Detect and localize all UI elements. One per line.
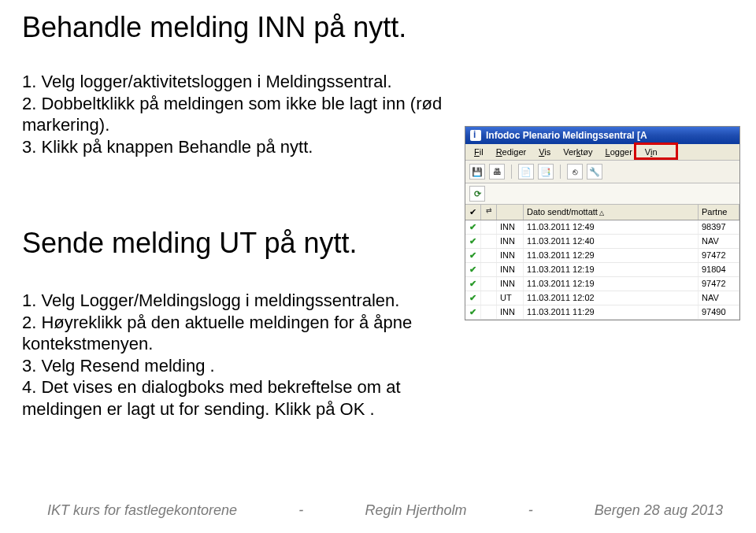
refresh-icon[interactable]: ⟳	[469, 186, 485, 202]
partner-cell: NAV	[699, 235, 739, 248]
dir-text: INN	[497, 235, 524, 248]
list2-item2: 2. Høyreklikk på den aktuelle meldingen …	[22, 312, 463, 355]
dir-cell	[481, 291, 497, 305]
dir-cell	[481, 235, 497, 248]
date-cell: 11.03.2011 11:29	[524, 305, 699, 319]
date-cell: 11.03.2011 12:40	[524, 235, 699, 248]
shortcut-icon[interactable]: ⎋	[567, 164, 583, 180]
table-row[interactable]: ✔ INN 11.03.2011 12:19 97472	[465, 277, 739, 291]
footer-sep2: -	[528, 502, 533, 519]
table-row[interactable]: ✔ INN 11.03.2011 12:49 98397	[465, 220, 739, 235]
toolbar: 💾 🖶 📄 📑 ⎋ 🔧	[465, 161, 739, 183]
highlight-box	[634, 143, 678, 160]
partner-cell: 97472	[699, 249, 739, 262]
table-row[interactable]: ✔ INN 11.03.2011 12:19 91804	[465, 263, 739, 277]
dir-text: INN	[497, 220, 524, 234]
footer-left: IKT kurs for fastlegekontorene	[47, 502, 237, 519]
footer-sep1: -	[298, 502, 303, 519]
partner-cell: NAV	[699, 291, 739, 305]
list2-item3: 3. Velg Resend melding .	[22, 355, 463, 377]
tool-icon[interactable]: 🔧	[587, 164, 602, 180]
date-cell: 11.03.2011 12:19	[524, 263, 699, 276]
titlebar: Infodoc Plenario Meldingssentral [A	[465, 127, 739, 144]
date-cell: 11.03.2011 12:49	[524, 220, 699, 234]
save-icon[interactable]: 💾	[469, 164, 485, 180]
footer-right: Bergen 28 aug 2013	[595, 502, 723, 519]
dir-text: INN	[497, 277, 524, 291]
col-dato[interactable]: Dato sendt/mottatt△	[524, 205, 699, 220]
sort-asc-icon: △	[599, 209, 604, 217]
dir-text: INN	[497, 263, 524, 276]
table-row[interactable]: ✔ INN 11.03.2011 12:29 97472	[465, 249, 739, 263]
date-cell: 11.03.2011 12:29	[524, 249, 699, 262]
col-partner[interactable]: Partne	[699, 205, 739, 220]
dir-text: UT	[497, 291, 524, 305]
col-direction[interactable]	[497, 205, 524, 220]
check-icon: ✔	[465, 277, 481, 291]
dir-text: INN	[497, 305, 524, 319]
table-header: ✔ ⇄ Dato sendt/mottatt△ Partne	[465, 205, 739, 220]
dir-cell	[481, 263, 497, 276]
list-behandle-inn: 1. Velg logger/aktivitetsloggen i Meldin…	[22, 71, 463, 157]
partner-cell: 91804	[699, 263, 739, 276]
view2-icon[interactable]: 📑	[538, 164, 554, 180]
menu-fil[interactable]: Fil	[469, 146, 489, 157]
partner-cell: 97472	[699, 277, 739, 291]
menu-verktoy[interactable]: Verktøy	[558, 146, 598, 157]
list1-item3: 3. Klikk på knappen Behandle på nytt.	[22, 136, 463, 158]
col-status[interactable]: ✔	[465, 205, 481, 220]
app-icon	[470, 130, 481, 141]
check-icon: ✔	[465, 291, 481, 305]
check-icon: ✔	[465, 263, 481, 276]
check-icon: ✔	[465, 235, 481, 248]
dir-cell	[481, 249, 497, 262]
check-icon: ✔	[465, 220, 481, 234]
heading-behandle-inn: Behandle melding INN på nytt.	[22, 11, 463, 44]
app-window: Infodoc Plenario Meldingssentral [A Fil …	[465, 126, 740, 320]
col-dato-text: Dato sendt/mottatt	[527, 207, 598, 217]
heading-sende-ut: Sende melding UT på nytt.	[22, 227, 463, 260]
date-cell: 11.03.2011 12:02	[524, 291, 699, 305]
dir-cell	[481, 220, 497, 234]
list1-item2: 2. Dobbeltklikk på meldingen som ikke bl…	[22, 93, 463, 136]
separator	[560, 165, 561, 179]
list1-item1: 1. Velg logger/aktivitetsloggen i Meldin…	[22, 71, 463, 93]
footer-mid: Regin Hjertholm	[365, 502, 466, 519]
toolbar2: ⟳	[465, 183, 739, 205]
check-icon: ✔	[465, 305, 481, 319]
partner-cell: 98397	[699, 220, 739, 234]
dir-cell	[481, 277, 497, 291]
view1-icon[interactable]: 📄	[518, 164, 534, 180]
check-icon: ✔	[465, 249, 481, 262]
print-icon[interactable]: 🖶	[489, 164, 505, 180]
dir-text: INN	[497, 249, 524, 262]
table-row[interactable]: ✔ UT 11.03.2011 12:02 NAV	[465, 291, 739, 305]
separator	[511, 165, 512, 179]
window-title: Infodoc Plenario Meldingssentral [A	[486, 130, 647, 141]
col-direction-icon[interactable]: ⇄	[481, 205, 497, 220]
menubar: Fil Rediger Vis Verktøy Logger Vin	[465, 144, 739, 161]
partner-cell: 97490	[699, 305, 739, 319]
date-cell: 11.03.2011 12:19	[524, 277, 699, 291]
list2-item4: 4. Det vises en dialogboks med bekreftel…	[22, 376, 463, 420]
menu-logger[interactable]: Logger	[600, 146, 638, 157]
table-row[interactable]: ✔ INN 11.03.2011 11:29 97490	[465, 305, 739, 320]
footer: IKT kurs for fastlegekontorene - Regin H…	[0, 502, 756, 519]
dir-cell	[481, 305, 497, 319]
menu-vis[interactable]: Vis	[533, 146, 556, 157]
table-row[interactable]: ✔ INN 11.03.2011 12:40 NAV	[465, 235, 739, 249]
list-sende-ut: 1. Velg Logger/Meldingslogg i meldingsse…	[22, 290, 463, 420]
list2-item1: 1. Velg Logger/Meldingslogg i meldingsse…	[22, 290, 463, 312]
menu-rediger[interactable]: Rediger	[491, 146, 532, 157]
